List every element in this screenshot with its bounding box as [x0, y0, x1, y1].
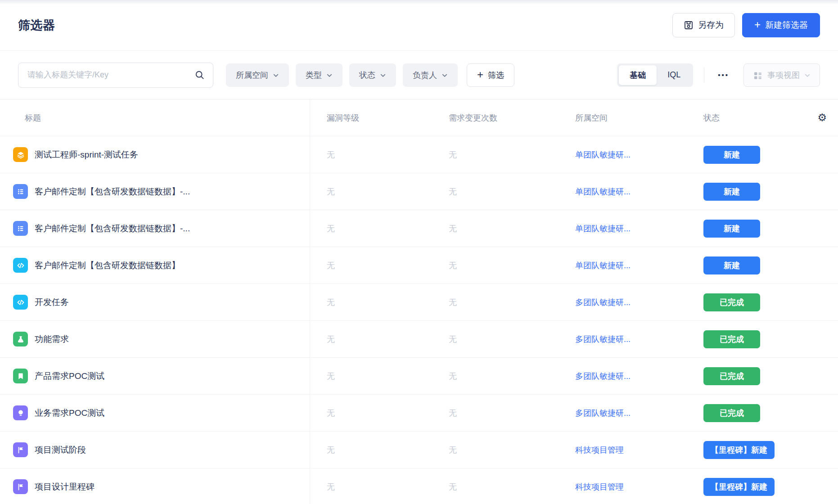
item-view-label: 事项视图 — [767, 70, 800, 81]
bulb-icon — [13, 405, 28, 420]
row-title[interactable]: 项目测试阶段 — [35, 444, 86, 456]
space-link[interactable]: 单团队敏捷研... — [575, 187, 631, 196]
chevron-down-icon — [804, 72, 811, 79]
row-title[interactable]: 开发任务 — [35, 297, 69, 308]
table-row[interactable]: 测试工程师-sprint-测试任务 无 无 单团队敏捷研... 新建 — [0, 136, 838, 173]
table-row[interactable]: 客户邮件定制【包含研发数据链数据】-... 无 无 单团队敏捷研... 新建 — [0, 210, 838, 247]
cell-change-count: 无 — [449, 482, 575, 492]
row-title[interactable]: 项目设计里程碑 — [35, 481, 95, 493]
chevron-down-icon — [442, 72, 448, 79]
filters-page: 筛选器 另存为 + 新建筛选器 所属空间 类型 — [0, 0, 838, 504]
row-title[interactable]: 业务需求POC测试 — [35, 407, 104, 419]
add-filter-button[interactable]: + 筛选 — [467, 63, 514, 87]
space-link[interactable]: 科技项目管理 — [575, 482, 624, 491]
dropdown-status[interactable]: 状态 — [349, 63, 396, 87]
space-link[interactable]: 多团队敏捷研... — [575, 298, 631, 307]
cell-vuln-level: 无 — [310, 297, 449, 308]
space-link[interactable]: 单团队敏捷研... — [575, 261, 631, 270]
table-row[interactable]: 客户邮件定制【包含研发数据链数据】-... 无 无 单团队敏捷研... 新建 — [0, 173, 838, 210]
space-link[interactable]: 多团队敏捷研... — [575, 372, 631, 381]
cell-vuln-level: 无 — [310, 408, 449, 418]
cell-vuln-level: 无 — [310, 334, 449, 345]
space-link[interactable]: 科技项目管理 — [575, 446, 624, 454]
status-badge: 已完成 — [703, 404, 760, 422]
column-header-change-count: 需求变更次数 — [449, 112, 575, 123]
table-row[interactable]: 客户邮件定制【包含研发数据链数据】 无 无 单团队敏捷研... 新建 — [0, 247, 838, 284]
chevron-down-icon — [273, 72, 279, 79]
column-header-status: 状态 — [703, 112, 720, 123]
table-row[interactable]: 开发任务 无 无 多团队敏捷研... 已完成 — [0, 284, 838, 321]
new-filter-button[interactable]: + 新建筛选器 — [742, 13, 820, 37]
cell-vuln-level: 无 — [310, 445, 449, 455]
column-settings-gear-icon[interactable]: ⚙ — [817, 112, 827, 123]
page-header: 筛选器 另存为 + 新建筛选器 — [0, 0, 838, 51]
table-row[interactable]: 业务需求POC测试 无 无 多团队敏捷研... 已完成 — [0, 395, 838, 432]
save-as-label: 另存为 — [698, 19, 724, 31]
space-link[interactable]: 多团队敏捷研... — [575, 335, 631, 344]
cell-vuln-level: 无 — [310, 371, 449, 382]
item-view-select[interactable]: 事项视图 — [743, 63, 820, 87]
cell-change-count: 无 — [449, 297, 575, 308]
dropdown-status-label: 状态 — [359, 70, 375, 81]
dropdown-type[interactable]: 类型 — [296, 63, 342, 87]
table-row[interactable]: 项目设计里程碑 无 无 科技项目管理 【里程碑】新建 — [0, 468, 838, 504]
chevron-down-icon — [380, 72, 386, 79]
more-actions-button[interactable]: ••• — [715, 68, 732, 82]
save-as-button[interactable]: 另存为 — [672, 13, 735, 37]
board-view-icon — [753, 71, 763, 81]
flag-icon — [13, 442, 28, 457]
issues-table: 标题 漏洞等级 需求变更次数 所属空间 状态 ⚙ 测试工程师-sprint-测试… — [0, 99, 838, 504]
row-title[interactable]: 客户邮件定制【包含研发数据链数据】-... — [35, 223, 190, 234]
new-filter-label: 新建筛选器 — [765, 19, 808, 31]
cell-change-count: 无 — [449, 445, 575, 455]
column-header-title: 标题 — [0, 99, 310, 136]
filter-toolbar: 所属空间 类型 状态 负责人 + 筛选 — [0, 51, 838, 99]
table-row[interactable]: 产品需求POC测试 无 无 多团队敏捷研... 已完成 — [0, 358, 838, 395]
toolbar-divider — [704, 68, 704, 83]
space-link[interactable]: 单团队敏捷研... — [575, 150, 631, 159]
layers-icon — [13, 147, 28, 162]
page-title: 筛选器 — [18, 17, 55, 33]
mode-iql-tab[interactable]: IQL — [657, 65, 691, 85]
search-box — [18, 63, 213, 88]
cell-change-count: 无 — [449, 149, 575, 160]
status-badge: 新建 — [703, 183, 760, 201]
status-badge: 已完成 — [703, 293, 760, 311]
cell-vuln-level: 无 — [310, 186, 449, 197]
search-input[interactable] — [18, 63, 213, 88]
cell-change-count: 无 — [449, 260, 575, 271]
space-link[interactable]: 多团队敏捷研... — [575, 409, 631, 418]
dropdown-assignee[interactable]: 负责人 — [403, 63, 458, 87]
row-title[interactable]: 客户邮件定制【包含研发数据链数据】-... — [35, 186, 190, 198]
table-header-row: 标题 漏洞等级 需求变更次数 所属空间 状态 ⚙ — [0, 99, 838, 136]
code-icon — [13, 295, 28, 310]
status-badge: 已完成 — [703, 367, 760, 385]
flag-icon — [13, 479, 28, 494]
row-title[interactable]: 产品需求POC测试 — [35, 370, 104, 382]
dropdown-space-label: 所属空间 — [236, 70, 268, 81]
row-title[interactable]: 功能需求 — [35, 333, 69, 345]
space-link[interactable]: 单团队敏捷研... — [575, 224, 631, 233]
add-filter-label: 筛选 — [488, 70, 504, 81]
dropdown-type-label: 类型 — [306, 70, 322, 81]
query-mode-toggle: 基础 IQL — [617, 63, 693, 87]
mode-basic-tab[interactable]: 基础 — [619, 65, 657, 85]
status-badge: 【里程碑】新建 — [703, 441, 775, 459]
table-row[interactable]: 功能需求 无 无 多团队敏捷研... 已完成 — [0, 321, 838, 358]
cell-change-count: 无 — [449, 334, 575, 345]
row-title[interactable]: 测试工程师-sprint-测试任务 — [35, 149, 138, 161]
status-badge: 新建 — [703, 256, 760, 274]
dropdown-assignee-label: 负责人 — [413, 70, 437, 81]
dropdown-space[interactable]: 所属空间 — [226, 63, 289, 87]
cell-vuln-level: 无 — [310, 223, 449, 234]
list-icon — [13, 221, 28, 236]
search-icon[interactable] — [194, 70, 205, 82]
row-title[interactable]: 客户邮件定制【包含研发数据链数据】 — [35, 260, 180, 271]
column-header-space: 所属空间 — [575, 112, 703, 123]
cell-change-count: 无 — [449, 408, 575, 418]
table-row[interactable]: 项目测试阶段 无 无 科技项目管理 【里程碑】新建 — [0, 432, 838, 468]
column-header-vuln-level: 漏洞等级 — [310, 112, 449, 123]
list-icon — [13, 184, 28, 199]
cell-vuln-level: 无 — [310, 149, 449, 160]
status-badge: 已完成 — [703, 330, 760, 348]
